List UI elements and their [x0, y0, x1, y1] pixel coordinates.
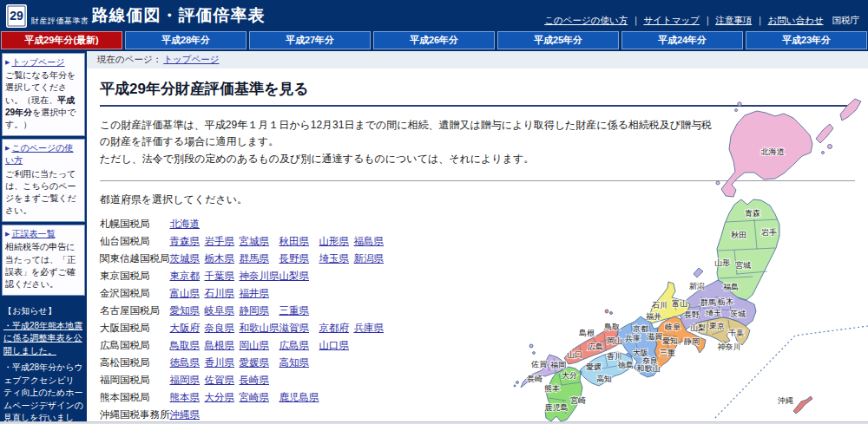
pref-link-大阪府[interactable]: 大阪府 [170, 323, 201, 333]
pref-cell: 岐阜県 [205, 302, 240, 319]
header-link-0[interactable]: このページの使い方 [544, 15, 628, 25]
pref-link-宮崎県[interactable]: 宮崎県 [240, 392, 270, 402]
doc-type-label: 財産評価基準書 [31, 16, 89, 27]
pref-link-東京都[interactable]: 東京都 [170, 271, 201, 281]
bureau-row: 広島国税局鳥取県島根県岡山県広島県山口県 [100, 336, 389, 354]
section-divider [100, 180, 855, 181]
pref-cell: 沖縄県 [170, 406, 205, 421]
pref-link-岩手県[interactable]: 岩手県 [205, 236, 235, 246]
pref-link-岡山県[interactable]: 岡山県 [240, 340, 270, 350]
pref-cell: 熊本県 [170, 388, 205, 406]
pref-cell: 福岡県 [170, 371, 205, 388]
pref-cell: 新潟県 [354, 250, 389, 267]
sidebar-link-1[interactable]: このページの使い方 [5, 143, 74, 165]
pref-link-大分県[interactable]: 大分県 [205, 392, 235, 402]
prefecture-select-prompt: 都道府県を選択してください。 [100, 192, 855, 207]
pref-link-岐阜県[interactable]: 岐阜県 [205, 305, 235, 316]
pref-link-高知県[interactable]: 高知県 [279, 357, 310, 368]
pref-link-青森県[interactable]: 青森県 [170, 236, 201, 246]
pref-link-滋賀県[interactable]: 滋賀県 [279, 323, 310, 333]
pref-cell: 佐賀県 [205, 371, 240, 388]
pref-cell: 秋田県 [279, 232, 319, 250]
pref-link-広島県[interactable]: 広島県 [279, 340, 310, 350]
bureau-table: 札幌国税局北海道仙台国税局青森県岩手県宮城県秋田県山形県福島県関東信越国税局茨城… [100, 215, 389, 421]
pref-cell: 群馬県 [240, 250, 279, 267]
bureau-name: 金沢国税局 [100, 284, 170, 302]
pref-cell: 神奈川県 [240, 267, 279, 284]
bureau-row: 高松国税局徳島県香川県愛媛県高知県 [100, 354, 389, 371]
pref-link-福島県[interactable]: 福島県 [354, 236, 385, 246]
header-links: このページの使い方｜サイトマップ｜注意事項｜お問い合わせ国税庁 [544, 15, 859, 31]
sidebar-link-2[interactable]: 正誤表一覧 [11, 229, 55, 238]
pref-link-千葉県[interactable]: 千葉県 [205, 271, 235, 281]
sidebar-notice: 【お知らせ】 ・平成28年熊本地震に係る調整率表を公開しました。・平成28年分か… [2, 298, 85, 424]
pref-cell: 鳥取県 [170, 336, 205, 354]
pref-link-佐賀県[interactable]: 佐賀県 [205, 375, 235, 385]
sidebar-link-0[interactable]: トップページ [11, 57, 64, 67]
pref-link-静岡県[interactable]: 静岡県 [240, 305, 270, 316]
pref-link-福井県[interactable]: 福井県 [240, 288, 270, 298]
header-link-2[interactable]: 注意事項 [715, 15, 752, 25]
pref-link-山梨県[interactable]: 山梨県 [279, 271, 310, 281]
pref-link-島根県[interactable]: 島根県 [205, 340, 235, 350]
pref-link-茨城県[interactable]: 茨城県 [170, 253, 201, 264]
pref-cell: 北海道 [170, 215, 205, 232]
pref-link-北海道[interactable]: 北海道 [170, 219, 201, 229]
tab-year-2[interactable]: 平成27年分 [249, 31, 371, 49]
pref-link-石川県[interactable]: 石川県 [205, 288, 235, 298]
pref-link-和歌山県[interactable]: 和歌山県 [240, 323, 279, 333]
pref-link-長崎県[interactable]: 長崎県 [240, 375, 270, 385]
pref-cell: 青森県 [170, 232, 205, 250]
agency-label: 国税庁 [832, 15, 860, 25]
pref-link-徳島県[interactable]: 徳島県 [170, 357, 201, 368]
arrow-right-icon: ▶ [5, 145, 10, 151]
pref-link-新潟県[interactable]: 新潟県 [354, 253, 385, 264]
pref-cell: 三重県 [279, 302, 319, 319]
header-link-3[interactable]: お問い合わせ [768, 15, 824, 25]
header-link-separator: ｜ [631, 15, 640, 25]
pref-link-鹿児島県[interactable]: 鹿児島県 [279, 392, 319, 402]
tab-year-0[interactable]: 平成29年分(最新) [1, 31, 122, 49]
pref-cell: 愛媛県 [240, 354, 279, 371]
pref-link-三重県[interactable]: 三重県 [279, 305, 310, 316]
pref-link-長野県[interactable]: 長野県 [279, 253, 310, 264]
bureau-row: 金沢国税局富山県石川県福井県 [100, 284, 389, 302]
pref-link-秋田県[interactable]: 秋田県 [279, 236, 310, 246]
arrow-right-icon: ▶ [5, 231, 10, 237]
pref-link-奈良県[interactable]: 奈良県 [205, 323, 235, 333]
pref-link-富山県[interactable]: 富山県 [170, 288, 201, 298]
pref-link-香川県[interactable]: 香川県 [205, 357, 235, 368]
sidebar-box-0: ▶トップページご覧になる年分を選択してください。（現在、平成29年分を選択中です… [2, 53, 85, 136]
pref-link-宮城県[interactable]: 宮城県 [240, 236, 270, 246]
breadcrumb-link-top[interactable]: トップページ [163, 54, 219, 66]
pref-cell: 京都府 [319, 319, 354, 336]
tab-year-5[interactable]: 平成24年分 [621, 31, 743, 49]
bureau-name: 仙台国税局 [100, 232, 170, 250]
pref-link-愛知県[interactable]: 愛知県 [170, 305, 201, 316]
pref-link-山形県[interactable]: 山形県 [319, 236, 350, 246]
pref-link-兵庫県[interactable]: 兵庫県 [354, 323, 385, 333]
pref-link-鳥取県[interactable]: 鳥取県 [170, 340, 201, 350]
tab-year-3[interactable]: 平成26年分 [373, 31, 495, 49]
notice-link[interactable]: ・平成28年熊本地震に係る調整率表を公開しました。 [3, 321, 82, 356]
pref-link-群馬県[interactable]: 群馬県 [240, 253, 270, 264]
pref-link-京都府[interactable]: 京都府 [319, 323, 350, 333]
pref-link-山口県[interactable]: 山口県 [319, 340, 350, 350]
notice-item-0[interactable]: ・平成28年熊本地震に係る調整率表を公開しました。 [3, 320, 83, 358]
pref-link-神奈川県[interactable]: 神奈川県 [240, 271, 279, 281]
header-link-1[interactable]: サイトマップ [643, 15, 699, 25]
pref-link-熊本県[interactable]: 熊本県 [170, 392, 201, 402]
pref-link-栃木県[interactable]: 栃木県 [205, 253, 235, 264]
notice-heading: 【お知らせ】 [3, 305, 83, 318]
sidebar-box-1: ▶このページの使い方ご利用に当たっては、こちらのページをまずご覧ください。 [2, 139, 85, 222]
description-line1: この財産評価基準は、平成29年１月１日から12月31日までの間に相続、遺贈又は贈… [100, 119, 712, 131]
pref-link-埼玉県[interactable]: 埼玉県 [319, 253, 350, 264]
description-line2: の財産を評価する場合に適用します。 [100, 135, 279, 147]
tab-year-1[interactable]: 平成28年分 [125, 31, 247, 49]
pref-link-愛媛県[interactable]: 愛媛県 [240, 357, 270, 368]
tab-year-6[interactable]: 平成23年分 [746, 31, 867, 49]
pref-link-福岡県[interactable]: 福岡県 [170, 375, 201, 385]
tab-year-4[interactable]: 平成25年分 [497, 31, 619, 49]
pref-link-沖縄県[interactable]: 沖縄県 [170, 409, 201, 420]
pref-cell: 福島県 [354, 232, 389, 250]
